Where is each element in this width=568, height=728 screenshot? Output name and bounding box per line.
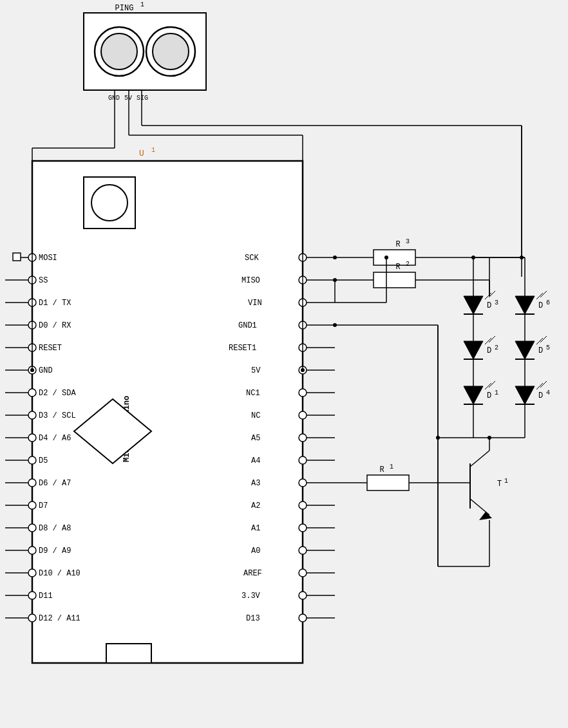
svg-point-96 [333,256,337,259]
svg-point-3 [101,33,137,70]
pin-d8a8: D8 / A8 [39,524,71,533]
pin-a5: A5 [251,434,260,443]
svg-point-39 [28,411,36,419]
pin-a4: A4 [251,456,260,465]
t1-label: T [497,480,502,489]
r2-label: R [395,263,400,272]
ping-5v-label: 5V [124,95,132,102]
pin-gnd: GND [39,366,53,375]
d2-label: D [487,346,491,355]
pin-d7: D7 [39,501,48,510]
svg-rect-162 [367,475,409,490]
pin-d12a11: D12 / A11 [39,614,80,623]
pin-d13: D13 [246,614,260,623]
ping-subscript: 1 [140,1,144,8]
svg-point-91 [299,614,307,622]
r3-subscript: 3 [406,238,410,245]
svg-point-55 [28,592,36,599]
pin-nc: NC [251,411,260,420]
svg-point-175 [301,368,305,372]
d4-label: D [538,391,543,400]
d6-subscript: 6 [546,299,550,306]
svg-rect-100 [374,272,415,288]
pin-a3: A3 [251,479,260,488]
pin-d5: D5 [39,456,48,465]
d3-subscript: 3 [495,299,498,306]
svg-point-5 [153,33,189,70]
pin-ss: SS [39,276,48,285]
pin-d1tx: D1 / TX [39,299,71,308]
d3-label: D [487,301,491,310]
r1-label: R [379,465,384,474]
svg-point-105 [333,323,337,327]
pin-nc1: NC1 [246,389,260,398]
svg-point-49 [28,524,36,532]
svg-point-57 [28,614,36,622]
pin-5v: 5V [251,366,261,375]
pin-reset: RESET [39,344,62,353]
svg-point-89 [299,592,307,599]
pin-33v: 3.3V [241,592,261,601]
pin-d9a9: D9 / A9 [39,546,71,555]
pin-sck: SCK [245,254,259,263]
pin-d3scl: D3 / SCL [39,411,76,420]
pin-vin: VIN [248,299,262,308]
svg-point-81 [299,501,307,509]
pin-mosi: MOSI [39,254,57,263]
d6-label: D [538,301,543,310]
pin-d2sda: D2 / SDA [39,389,76,398]
pin-a1: A1 [251,524,260,533]
pin-a0: A0 [251,546,260,555]
schematic-diagram: PING 1 GND 5V SIG U 1 Arduino Micro MOSI [0,0,568,728]
r2-subscript: 2 [406,261,410,268]
svg-point-73 [299,411,307,419]
ping-sig-label: SIG [137,95,148,102]
svg-point-177 [30,368,34,372]
svg-point-83 [299,524,307,532]
svg-point-170 [488,436,491,440]
svg-point-51 [28,546,36,554]
pin-reset1: RESET1 [229,344,256,353]
svg-point-75 [299,434,307,442]
ping-gnd-label: GND [108,95,120,102]
pin-d0rx: D0 / RX [39,321,71,330]
d4-subscript: 4 [546,389,550,397]
t1-subscript: 1 [504,478,508,485]
svg-point-77 [299,456,307,464]
d2-subscript: 2 [495,344,498,351]
r1-subscript: 1 [390,463,393,471]
svg-rect-26 [13,253,21,261]
d5-subscript: 5 [546,344,550,351]
d5-label: D [538,346,543,355]
svg-point-47 [28,501,36,509]
pin-miso: MISO [241,276,260,285]
svg-point-41 [28,434,36,442]
svg-point-43 [28,456,36,464]
r3-label: R [395,240,400,249]
svg-point-45 [28,479,36,487]
d1-subscript: 1 [495,389,498,397]
ping-label: PING [115,4,134,13]
u1-subscript: 1 [151,147,155,154]
svg-point-87 [299,569,307,577]
pin-a2: A2 [251,501,260,510]
pin-d10a10: D10 / A10 [39,569,80,578]
pin-aref: AREF [243,569,262,578]
u1-label: U [139,149,144,158]
svg-point-71 [299,389,307,397]
pin-d4a6: D4 / A6 [39,434,71,443]
svg-point-21 [91,185,128,221]
svg-point-37 [28,389,36,397]
pin-gnd1: GND1 [238,321,257,330]
svg-point-79 [299,479,307,487]
d1-label: D [487,391,491,400]
svg-rect-23 [106,644,151,663]
pin-d11: D11 [39,592,53,601]
svg-point-108 [384,256,388,259]
svg-point-85 [299,546,307,554]
svg-point-53 [28,569,36,577]
pin-d6a7: D6 / A7 [39,479,71,488]
